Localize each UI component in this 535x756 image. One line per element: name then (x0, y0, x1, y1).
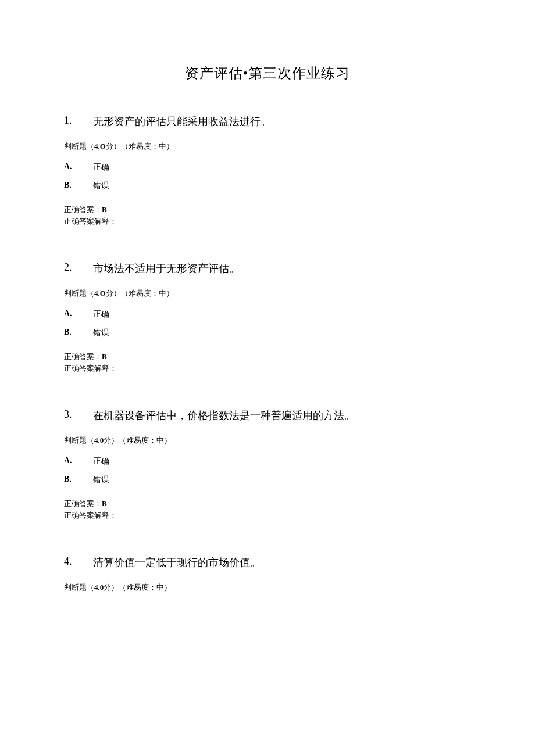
question-points: 4.0 (94, 436, 104, 445)
option-label: B. (64, 181, 93, 191)
option-text: 错误 (93, 328, 471, 338)
option-text: 错误 (93, 181, 471, 191)
option-a: A. 正确 (64, 162, 471, 173)
option-text: 正确 (93, 162, 471, 173)
question-text: 市场法不适用于无形资产评估。 (93, 261, 471, 275)
meta-prefix: 判断题（ (64, 142, 94, 151)
answer-value: B (102, 499, 107, 508)
explain-label: 正确答案解释： (64, 217, 117, 225)
question-points: 4.0 (94, 583, 104, 592)
answer-value: B (102, 352, 107, 361)
option-label: A. (64, 309, 93, 320)
question-block: 2. 市场法不适用于无形资产评估。 判断题（4.O分）（难易度：中） A. 正确… (64, 261, 471, 374)
option-text: 正确 (93, 309, 471, 320)
question-number: 2. (64, 261, 93, 275)
meta-prefix: 判断题（ (64, 583, 94, 592)
question-meta: 判断题（4.0分）（难易度：中） (64, 582, 471, 593)
answer-block: 正确答案：B 正确答案解释： (64, 204, 471, 227)
meta-suffix: 分）（难易度：中） (104, 436, 172, 445)
explain-label: 正确答案解释： (64, 364, 117, 372)
question-points: 4.O (94, 289, 106, 298)
question-number: 3. (64, 409, 93, 422)
question-header: 4. 清算价值一定低于现行的市场价值。 (64, 556, 471, 569)
meta-suffix: 分）（难易度：中） (106, 289, 174, 298)
meta-suffix: 分）（难易度：中） (104, 583, 172, 592)
meta-suffix: 分）（难易度：中） (106, 142, 174, 151)
question-meta: 判断题（4.O分）（难易度：中） (64, 288, 471, 299)
option-b: B. 错误 (64, 475, 471, 485)
question-text: 在机器设备评估中，价格指数法是一种普遍适用的方法。 (93, 409, 471, 422)
page-title: 资产评估•第三次作业练习 (64, 64, 471, 83)
explain-label: 正确答案解释： (64, 511, 117, 519)
question-text: 清算价值一定低于现行的市场价值。 (93, 556, 471, 569)
option-label: A. (64, 162, 93, 173)
question-text: 无形资产的评估只能采用收益法进行。 (93, 114, 471, 128)
question-meta: 判断题（4.O分）（难易度：中） (64, 141, 471, 152)
question-header: 2. 市场法不适用于无形资产评估。 (64, 261, 471, 275)
option-a: A. 正确 (64, 309, 471, 320)
option-label: B. (64, 475, 93, 485)
option-label: A. (64, 456, 93, 467)
option-b: B. 错误 (64, 328, 471, 338)
option-label: B. (64, 328, 93, 338)
answer-label: 正确答案： (64, 205, 102, 214)
option-b: B. 错误 (64, 181, 471, 191)
option-a: A. 正确 (64, 456, 471, 467)
question-meta: 判断题（4.0分）（难易度：中） (64, 435, 471, 446)
question-block: 1. 无形资产的评估只能采用收益法进行。 判断题（4.O分）（难易度：中） A.… (64, 114, 471, 227)
meta-prefix: 判断题（ (64, 436, 94, 445)
question-points: 4.O (94, 142, 106, 151)
meta-prefix: 判断题（ (64, 289, 94, 298)
answer-block: 正确答案：B 正确答案解释： (64, 498, 471, 521)
option-text: 正确 (93, 456, 471, 467)
question-block: 3. 在机器设备评估中，价格指数法是一种普遍适用的方法。 判断题（4.0分）（难… (64, 409, 471, 521)
question-block: 4. 清算价值一定低于现行的市场价值。 判断题（4.0分）（难易度：中） (64, 556, 471, 593)
answer-label: 正确答案： (64, 499, 102, 508)
question-header: 3. 在机器设备评估中，价格指数法是一种普遍适用的方法。 (64, 409, 471, 422)
question-header: 1. 无形资产的评估只能采用收益法进行。 (64, 114, 471, 128)
question-number: 4. (64, 556, 93, 569)
option-text: 错误 (93, 475, 471, 485)
answer-value: B (102, 205, 107, 214)
answer-block: 正确答案：B 正确答案解释： (64, 351, 471, 374)
answer-label: 正确答案： (64, 352, 102, 361)
question-number: 1. (64, 114, 93, 128)
